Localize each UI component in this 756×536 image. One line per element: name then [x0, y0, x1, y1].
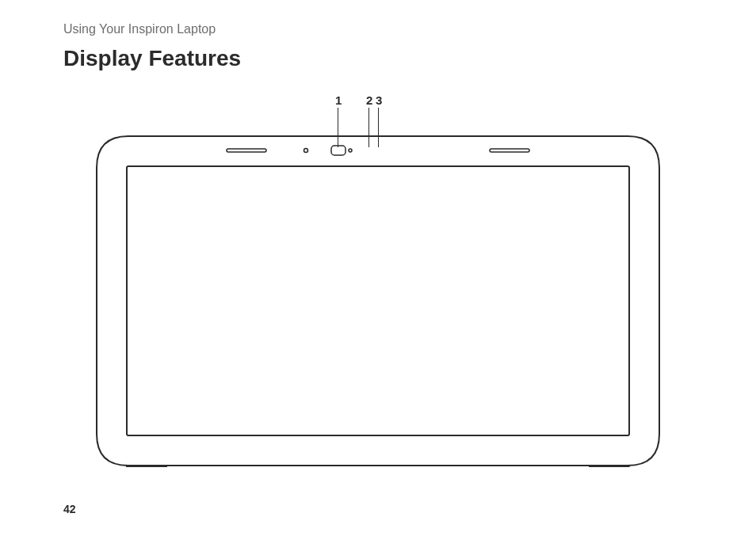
display-diagram: 1 2 3: [63, 87, 693, 459]
manual-page: Using Your Inspiron Laptop Display Featu…: [0, 0, 756, 536]
svg-point-5: [349, 149, 352, 152]
page-title: Display Features: [63, 46, 693, 71]
callout-3: 3: [376, 93, 382, 107]
svg-rect-2: [490, 149, 529, 152]
section-label: Using Your Inspiron Laptop: [63, 22, 693, 36]
svg-rect-0: [127, 166, 629, 435]
svg-rect-1: [227, 149, 266, 152]
page-number: 42: [63, 503, 76, 515]
svg-point-3: [304, 149, 308, 153]
svg-rect-4: [331, 146, 346, 155]
callout-1: 1: [335, 93, 342, 107]
callout-2: 2: [366, 93, 372, 107]
laptop-illustration: [95, 135, 661, 467]
